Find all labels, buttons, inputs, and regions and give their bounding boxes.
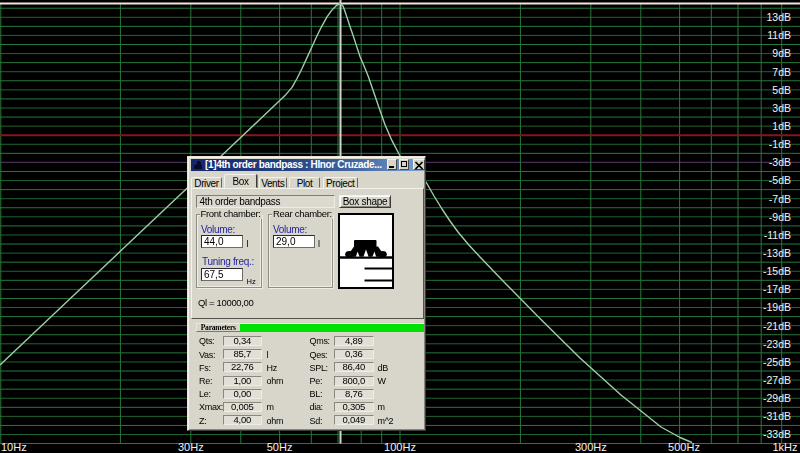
svg-text:-15dB: -15dB: [763, 265, 791, 277]
svg-text:5dB: 5dB: [772, 84, 791, 96]
svg-text:30Hz: 30Hz: [178, 441, 204, 453]
svg-text:-9dB: -9dB: [769, 211, 791, 223]
svg-text:300Hz: 300Hz: [575, 441, 607, 453]
svg-text:-27dB: -27dB: [763, 374, 791, 386]
svg-text:3dB: 3dB: [772, 102, 791, 114]
svg-text:10Hz: 10Hz: [1, 441, 27, 453]
svg-text:-1dB: -1dB: [769, 138, 791, 150]
svg-text:500Hz: 500Hz: [668, 441, 700, 453]
svg-text:-23dB: -23dB: [763, 338, 791, 350]
svg-text:9dB: 9dB: [772, 47, 791, 59]
svg-text:100Hz: 100Hz: [384, 441, 416, 453]
svg-text:-25dB: -25dB: [763, 356, 791, 368]
svg-text:-11dB: -11dB: [764, 229, 791, 241]
svg-text:-21dB: -21dB: [763, 320, 791, 332]
svg-text:-3dB: -3dB: [769, 156, 791, 168]
svg-text:13dB: 13dB: [766, 11, 791, 23]
svg-text:-7dB: -7dB: [769, 193, 791, 205]
svg-text:-5dB: -5dB: [769, 174, 791, 186]
svg-text:-33dB: -33dB: [763, 428, 791, 440]
svg-text:-13dB: -13dB: [763, 247, 791, 259]
svg-text:-29dB: -29dB: [763, 392, 791, 404]
svg-text:-19dB: -19dB: [763, 301, 791, 313]
svg-text:50Hz: 50Hz: [267, 441, 293, 453]
svg-text:7dB: 7dB: [772, 66, 791, 78]
svg-text:-17dB: -17dB: [763, 283, 791, 295]
svg-text:1dB: 1dB: [772, 120, 791, 132]
svg-text:-31dB: -31dB: [763, 410, 791, 422]
svg-text:11dB: 11dB: [767, 29, 791, 41]
svg-text:1kHz: 1kHz: [772, 441, 797, 453]
